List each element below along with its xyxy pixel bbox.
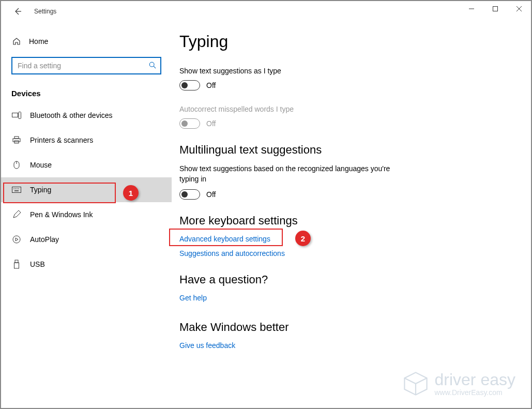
cube-icon	[402, 370, 430, 398]
search-box[interactable]	[11, 57, 161, 74]
mouse-icon	[11, 161, 22, 169]
svg-rect-21	[14, 263, 19, 268]
usb-icon	[11, 260, 22, 269]
svg-point-14	[13, 188, 14, 189]
sidebar-item-autoplay[interactable]: AutoPlay	[1, 227, 172, 252]
sidebar-item-label: Printers & scanners	[30, 136, 93, 144]
window-title: Settings	[34, 8, 56, 15]
setting-label-suggestions: Show text suggestions as I type	[179, 67, 510, 75]
main-content: Typing Show text suggestions as I type O…	[172, 22, 531, 408]
section-heading-multilingual: Multilingual text suggestions	[179, 143, 510, 157]
svg-rect-1	[493, 7, 498, 11]
svg-point-19	[13, 236, 20, 243]
section-heading-more-keyboard: More keyboard settings	[179, 214, 510, 228]
section-desc-multilingual: Show text suggestions based on the recog…	[179, 164, 397, 184]
svg-point-16	[17, 188, 18, 189]
window-controls	[460, 1, 531, 17]
svg-rect-9	[13, 139, 20, 142]
sidebar-item-label: AutoPlay	[30, 235, 59, 244]
sidebar-item-label: Typing	[30, 186, 51, 194]
svg-point-4	[149, 62, 154, 67]
toggle-status: Off	[206, 190, 216, 199]
home-icon	[11, 37, 22, 46]
sidebar-item-mouse[interactable]: Mouse	[1, 153, 172, 177]
sidebar-item-pen[interactable]: Pen & Windows Ink	[1, 202, 172, 227]
link-get-help[interactable]: Get help	[179, 294, 510, 302]
svg-rect-6	[12, 113, 18, 117]
watermark: driver easy www.DriverEasy.com	[402, 370, 516, 398]
titlebar: Settings	[1, 1, 531, 22]
svg-rect-20	[15, 260, 18, 263]
maximize-button[interactable]	[483, 1, 507, 17]
watermark-url: www.DriverEasy.com	[435, 389, 516, 397]
autoplay-icon	[11, 235, 22, 244]
setting-label-autocorrect: Autocorrect misspelled words I type	[179, 105, 510, 113]
sidebar-item-label: Pen & Windows Ink	[30, 210, 93, 219]
section-heading-question: Have a question?	[179, 273, 510, 286]
close-icon	[516, 6, 522, 11]
svg-rect-13	[12, 187, 21, 193]
link-give-feedback[interactable]: Give us feedback	[179, 341, 510, 350]
sidebar-item-printers[interactable]: Printers & scanners	[1, 128, 172, 153]
pen-icon	[11, 210, 22, 219]
toggle-text-suggestions[interactable]	[179, 80, 200, 90]
minimize-icon	[469, 6, 474, 11]
toggle-status: Off	[206, 119, 216, 128]
keyboard-icon	[11, 187, 22, 193]
toggle-autocorrect	[179, 118, 200, 129]
maximize-icon	[493, 6, 498, 11]
search-input[interactable]	[17, 61, 149, 70]
back-button[interactable]	[10, 4, 25, 19]
sidebar-home[interactable]: Home	[1, 32, 172, 51]
svg-rect-7	[19, 112, 21, 119]
toggle-status: Off	[206, 81, 216, 89]
sidebar-item-label: USB	[30, 260, 45, 268]
minimize-button[interactable]	[460, 1, 483, 17]
back-arrow-icon	[13, 7, 22, 16]
sidebar: Home Devices Bluetooth & other devices P…	[1, 22, 172, 408]
sidebar-item-label: Bluetooth & other devices	[30, 111, 113, 119]
svg-point-15	[15, 188, 16, 189]
svg-rect-8	[14, 137, 19, 139]
page-title: Typing	[179, 32, 510, 51]
section-heading-make-better: Make Windows better	[179, 321, 510, 334]
link-suggestions-autocorrections[interactable]: Suggestions and autocorrections	[179, 249, 510, 257]
close-button[interactable]	[507, 1, 531, 17]
toggle-multilingual[interactable]	[179, 189, 200, 200]
devices-icon	[11, 112, 22, 119]
sidebar-item-label: Mouse	[30, 161, 52, 169]
sidebar-item-typing[interactable]: Typing	[1, 177, 172, 202]
watermark-title: driver easy	[435, 371, 516, 389]
sidebar-home-label: Home	[29, 37, 48, 46]
link-advanced-keyboard[interactable]: Advanced keyboard settings	[179, 235, 510, 243]
sidebar-section-devices: Devices	[1, 74, 172, 103]
svg-line-5	[154, 66, 156, 68]
sidebar-item-usb[interactable]: USB	[1, 252, 172, 277]
svg-point-17	[18, 188, 19, 189]
search-icon	[149, 62, 156, 70]
sidebar-item-bluetooth[interactable]: Bluetooth & other devices	[1, 103, 172, 128]
printer-icon	[11, 136, 22, 144]
